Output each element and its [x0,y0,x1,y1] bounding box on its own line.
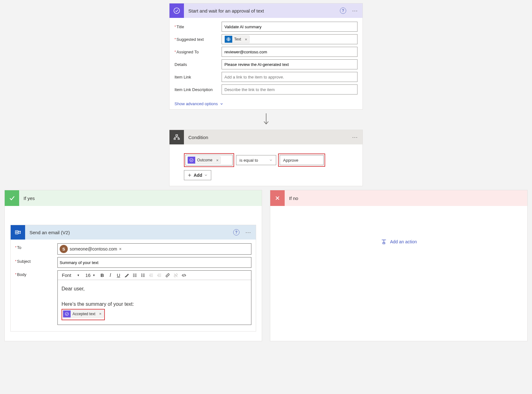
number-list-icon[interactable]: 123 [140,272,147,279]
title-label: Title [175,24,222,29]
email-to-input[interactable]: S someone@contoso.com × [57,243,251,255]
add-condition-button[interactable]: Add [184,170,211,180]
condition-header[interactable]: Condition ··· [169,130,363,144]
chevron-down-icon [269,158,273,162]
help-icon[interactable]: ? [340,8,346,14]
bullet-list-icon[interactable] [132,272,138,279]
outcome-token[interactable]: Outcome × [187,156,221,164]
help-icon[interactable]: ? [233,229,239,235]
email-title: Send an email (V2) [25,230,233,235]
svg-rect-13 [15,231,18,234]
more-icon[interactable]: ··· [351,8,359,14]
suggested-text-label: Suggested text [175,37,222,42]
svg-point-20 [133,276,133,277]
title-input[interactable] [222,22,357,32]
approval-icon [169,3,184,18]
condition-icon [169,130,184,144]
bold-icon[interactable]: B [99,272,106,279]
svg-line-35 [184,274,184,277]
chevron-down-icon [204,173,208,177]
italic-icon[interactable]: I [107,272,114,279]
svg-point-16 [133,274,133,274]
close-icon[interactable]: × [214,158,221,163]
if-yes-header[interactable]: If yes [5,190,262,206]
highlight-icon[interactable] [123,272,130,279]
more-icon[interactable]: ··· [351,134,359,141]
show-advanced-link[interactable]: Show advanced options [169,100,363,109]
close-icon [270,190,285,206]
assigned-to-label: Assigned To [175,50,222,54]
svg-rect-3 [176,135,178,136]
flow-arrow [169,110,363,130]
item-link-input[interactable] [222,72,357,82]
font-size-select[interactable]: 16▼ [83,272,98,278]
email-to-label: To [15,243,57,250]
svg-text:3: 3 [141,276,142,277]
condition-card: Condition ··· Outcome × [169,130,363,186]
condition-title: Condition [184,135,351,140]
outlook-icon [11,225,25,240]
check-icon [5,190,19,206]
text-token[interactable]: Text × [224,35,250,43]
if-no-title: If no [285,196,298,201]
email-body-content[interactable]: Dear user, Here's the summary of your te… [58,280,251,325]
svg-point-36 [65,312,69,316]
if-no-branch: If no Add an action [270,190,528,341]
approval-icon [188,156,195,164]
indent-icon[interactable] [156,272,163,279]
assigned-to-input[interactable] [222,47,357,57]
contact-chip[interactable]: S someone@contoso.com × [60,245,123,253]
triangle-down-icon: ▼ [93,274,95,277]
font-select[interactable]: Font▼ [60,272,82,278]
accepted-text-highlight: Accepted text × [62,309,105,320]
email-header[interactable]: Send an email (V2) ? ··· [11,225,256,240]
approval-title: Start and wait for an approval of text [184,8,340,13]
code-view-icon[interactable] [180,272,187,279]
triangle-down-icon: ▼ [77,274,80,277]
condition-right-input[interactable]: Approve [280,155,324,165]
email-subject-label: Subject [15,257,57,264]
accepted-text-token[interactable]: Accepted text × [63,310,104,318]
chevron-down-icon [220,102,223,106]
item-link-desc-label: Item Link Description [175,87,222,92]
condition-operator-select[interactable]: is equal to [236,155,276,165]
suggested-text-input[interactable]: Text × [222,34,357,44]
details-label: Details [175,62,222,67]
underline-icon[interactable]: U [115,272,122,279]
if-yes-title: If yes [19,196,35,201]
approval-card: Start and wait for an approval of text ?… [169,3,363,110]
approval-icon [63,310,71,318]
more-icon[interactable]: ··· [244,229,253,236]
rich-text-editor: Font▼ 16▼ B I U [57,270,251,325]
unlink-icon[interactable] [172,272,179,279]
add-action-icon [381,239,387,245]
outdent-icon[interactable] [148,272,155,279]
svg-point-14 [16,232,18,233]
if-yes-branch: If yes Send an email (V2) ? ··· To [4,190,262,341]
approval-header[interactable]: Start and wait for an approval of text ?… [169,3,363,18]
add-action-button[interactable]: Add an action [381,239,417,245]
arrow-down-icon [263,113,270,125]
svg-point-18 [133,275,133,275]
item-link-label: Item Link [175,75,222,79]
svg-rect-8 [174,138,175,140]
item-link-desc-input[interactable] [222,84,357,94]
svg-point-0 [174,8,180,13]
details-input[interactable] [222,59,357,69]
svg-rect-41 [383,243,385,244]
link-icon[interactable] [164,272,171,279]
svg-rect-9 [178,138,180,140]
condition-right-highlight: Approve [278,154,325,167]
email-body-label: Body [15,270,57,277]
close-icon[interactable]: × [117,246,123,251]
svg-point-10 [190,159,193,162]
condition-left-input[interactable]: Outcome × [185,155,233,165]
if-no-header[interactable]: If no [270,190,527,206]
avatar: S [60,245,68,253]
email-subject-input[interactable] [57,257,251,268]
plus-icon [187,173,192,177]
close-icon[interactable]: × [97,310,104,317]
globe-icon [225,35,232,43]
email-card: Send an email (V2) ? ··· To S someone@co… [10,225,256,332]
close-icon[interactable]: × [243,37,249,42]
